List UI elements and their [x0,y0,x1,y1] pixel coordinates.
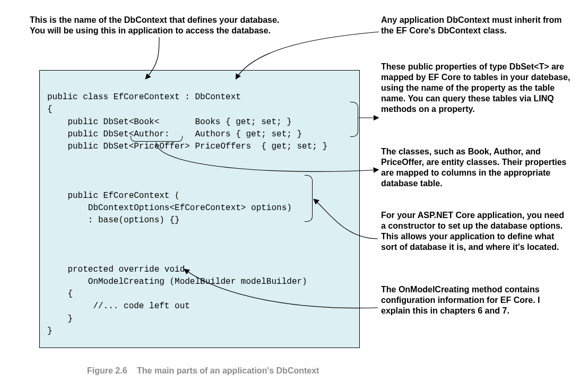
code-line: OnModelCreating (ModelBuilder modelBuild… [47,277,307,286]
code-line: DbContextOptions<EfCoreContext> options) [47,203,292,213]
code-line: //... code left out [47,301,190,311]
code-line: public DbSet<Book< Books { get; set; } [47,117,292,127]
annotation-inherit-dbcontext: Any application DbContext must inherit f… [381,15,571,36]
figure-caption: Figure 2.6 The main parts of an applicat… [87,366,319,376]
code-line: protected override void [47,265,185,274]
figure-caption-text: The main parts of an application's DbCon… [137,366,319,375]
underbrace-priceoffer [131,136,183,142]
code-line: public class EfCoreContext : DbContext [47,92,241,102]
brace-dbset-group [350,102,358,137]
code-line: } [47,326,53,336]
annotation-dbset-properties: These public properties of type DbSet<T>… [381,62,581,115]
brace-constructor-group [305,175,313,222]
code-line: { [47,289,73,299]
code-line: public DbSet<PriceOffer> PriceOffers { g… [47,142,327,151]
code-line: { [47,105,53,114]
annotation-entity-classes: The classes, such as Book, Author, and P… [381,146,571,189]
annotation-onmodelcreating: The OnModelCreating method contains conf… [381,284,571,316]
annotation-constructor: For your ASP.NET Core application, you n… [381,210,571,253]
figure-page: This is the name of the DbContext that d… [0,0,588,382]
code-line: public EfCoreContext ( [47,191,180,201]
code-line: : base(options) {} [47,215,180,225]
code-line: } [47,314,73,324]
annotation-dbcontext-name: This is the name of the DbContext that d… [30,15,334,36]
figure-number: Figure 2.6 [87,366,127,375]
